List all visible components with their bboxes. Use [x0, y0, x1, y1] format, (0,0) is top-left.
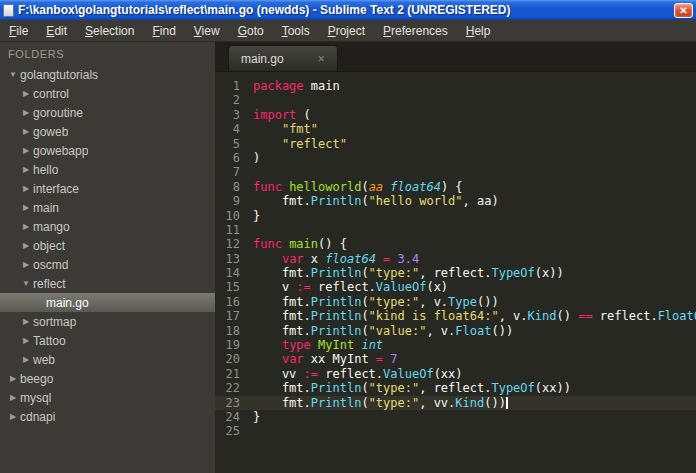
code-line-11: 11 — [215, 223, 696, 237]
tree-item-web[interactable]: ▶web — [0, 350, 215, 369]
code-line-text: fmt.Println("type:", vv.Kind()) — [240, 396, 508, 410]
tree-item-label: hello — [33, 163, 58, 177]
menu-selection[interactable]: Selection — [76, 20, 143, 41]
tree-item-label: interface — [33, 182, 79, 196]
code-line-text: v := reflect.ValueOf(x) — [240, 280, 448, 294]
tree-item-reflect[interactable]: ▼reflect — [0, 274, 215, 293]
line-number: 3 — [215, 108, 240, 122]
code-line-25: 25 — [215, 424, 696, 438]
window-title: F:\kanbox\golangtutorials\reflect\main.g… — [18, 3, 511, 17]
tree-item-label: main.go — [46, 296, 89, 310]
chevron-right-icon[interactable]: ▶ — [19, 217, 33, 236]
tree-item-goroutine[interactable]: ▶goroutine — [0, 103, 215, 122]
tree-item-mango[interactable]: ▶mango — [0, 217, 215, 236]
code-line-text — [240, 93, 253, 107]
menu-help[interactable]: Help — [457, 20, 500, 41]
code-line-14: 14 fmt.Println("type:", reflect.TypeOf(x… — [215, 266, 696, 280]
tree-item-sortmap[interactable]: ▶sortmap — [0, 312, 215, 331]
tab-main-go[interactable]: main.go × — [228, 45, 338, 71]
menu-find[interactable]: Find — [143, 20, 184, 41]
tree-item-interface[interactable]: ▶interface — [0, 179, 215, 198]
tree-item-beego[interactable]: ▶beego — [0, 369, 215, 388]
chevron-down-icon[interactable]: ▼ — [19, 274, 33, 293]
folders-header: FOLDERS — [0, 45, 215, 65]
chevron-right-icon[interactable]: ▶ — [19, 312, 33, 331]
code-line-text: fmt.Println("type:", reflect.TypeOf(x)) — [240, 266, 564, 280]
line-number: 2 — [215, 93, 240, 107]
chevron-right-icon[interactable]: ▶ — [6, 369, 20, 388]
code-line-text: fmt.Println("value:", v.Float()) — [240, 324, 513, 338]
titlebar[interactable]: F:\kanbox\golangtutorials\reflect\main.g… — [0, 0, 696, 20]
line-number: 7 — [215, 165, 240, 179]
code-line-text: "reflect" — [240, 137, 347, 151]
tree-item-control[interactable]: ▶control — [0, 84, 215, 103]
code-line-20: 20 var xx MyInt = 7 — [215, 352, 696, 366]
tree-item-cdnapi[interactable]: ▶cdnapi — [0, 407, 215, 426]
line-number: 1 — [215, 79, 240, 93]
code-line-text: fmt.Println("kind is float64:", v.Kind()… — [240, 309, 696, 323]
tree-item-label: sortmap — [33, 315, 76, 329]
line-number: 22 — [215, 381, 240, 395]
menu-project[interactable]: Project — [319, 20, 374, 41]
tree-item-label: oscmd — [33, 258, 68, 272]
chevron-right-icon[interactable]: ▶ — [19, 350, 33, 369]
tree-item-mysql[interactable]: ▶mysql — [0, 388, 215, 407]
code-line-22: 22 fmt.Println("type:", reflect.TypeOf(x… — [215, 381, 696, 395]
main-area: FOLDERS ▼golangtutorials▶control▶gorouti… — [0, 42, 696, 473]
chevron-right-icon[interactable]: ▶ — [19, 236, 33, 255]
tree-item-golangtutorials[interactable]: ▼golangtutorials — [0, 65, 215, 84]
code-line-5: 5 "reflect" — [215, 137, 696, 151]
tree-item-goweb[interactable]: ▶goweb — [0, 122, 215, 141]
tree-item-main.go[interactable]: main.go — [0, 293, 215, 312]
chevron-right-icon[interactable]: ▶ — [19, 122, 33, 141]
code-line-21: 21 vv := reflect.ValueOf(xx) — [215, 367, 696, 381]
line-number: 21 — [215, 367, 240, 381]
chevron-right-icon[interactable]: ▶ — [19, 84, 33, 103]
tab-bar: main.go × — [215, 42, 696, 72]
code-line-12: 12func main() { — [215, 237, 696, 251]
chevron-right-icon[interactable]: ▶ — [19, 103, 33, 122]
line-number: 17 — [215, 309, 240, 323]
menu-goto[interactable]: Goto — [229, 20, 273, 41]
tree-item-gowebapp[interactable]: ▶gowebapp — [0, 141, 215, 160]
line-number: 23 — [215, 396, 240, 410]
line-number: 14 — [215, 266, 240, 280]
chevron-right-icon[interactable]: ▶ — [19, 160, 33, 179]
code-line-text: fmt.Println("type:", v.Type()) — [240, 295, 499, 309]
line-number: 15 — [215, 280, 240, 294]
menu-tools[interactable]: Tools — [273, 20, 319, 41]
chevron-right-icon[interactable]: ▶ — [6, 388, 20, 407]
code-line-9: 9 fmt.Println("hello world", aa) — [215, 194, 696, 208]
chevron-right-icon[interactable]: ▶ — [19, 255, 33, 274]
tab-label: main.go — [241, 52, 284, 66]
tree-item-object[interactable]: ▶object — [0, 236, 215, 255]
tree-item-label: Tattoo — [33, 334, 66, 348]
tree-item-label: main — [33, 201, 59, 215]
tree-item-hello[interactable]: ▶hello — [0, 160, 215, 179]
menu-file[interactable]: File — [0, 20, 37, 41]
tree-item-tattoo[interactable]: ▶Tattoo — [0, 331, 215, 350]
code-area[interactable]: 1package main23import (4 "fmt"5 "reflect… — [215, 72, 696, 473]
menu-view[interactable]: View — [185, 20, 229, 41]
chevron-right-icon[interactable]: ▶ — [19, 179, 33, 198]
menu-edit[interactable]: Edit — [37, 20, 76, 41]
code-line-18: 18 fmt.Println("value:", v.Float()) — [215, 324, 696, 338]
tree-item-main[interactable]: ▶main — [0, 198, 215, 217]
tree-item-label: gowebapp — [33, 144, 88, 158]
tree-item-label: mango — [33, 220, 70, 234]
window-close-icon[interactable]: ✕ — [674, 3, 693, 18]
line-number: 4 — [215, 122, 240, 136]
chevron-right-icon[interactable]: ▶ — [19, 331, 33, 350]
chevron-right-icon[interactable]: ▶ — [6, 407, 20, 426]
tree-item-label: cdnapi — [20, 410, 55, 424]
tab-close-icon[interactable]: × — [318, 53, 325, 65]
line-number: 18 — [215, 324, 240, 338]
menu-preferences[interactable]: Preferences — [374, 20, 457, 41]
code-line-1: 1package main — [215, 79, 696, 93]
editor-area: main.go × 1package main23import (4 "fmt"… — [215, 42, 696, 473]
chevron-down-icon[interactable]: ▼ — [6, 65, 20, 84]
chevron-right-icon[interactable]: ▶ — [19, 198, 33, 217]
tree-item-label: web — [33, 353, 55, 367]
tree-item-oscmd[interactable]: ▶oscmd — [0, 255, 215, 274]
chevron-right-icon[interactable]: ▶ — [19, 141, 33, 160]
